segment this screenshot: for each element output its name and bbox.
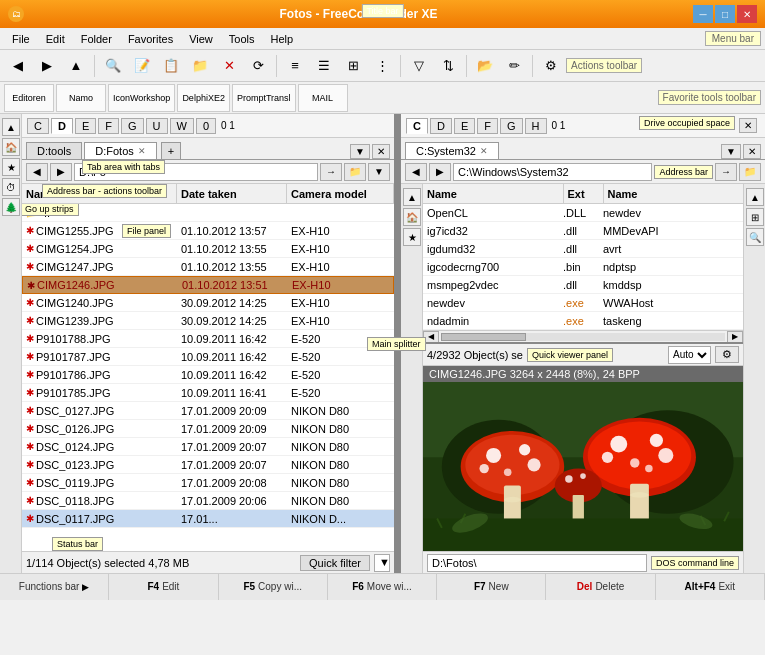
file-row-9[interactable]: ✱ P9101785.JPG 10.09.2011 16:41 E-520: [22, 384, 394, 402]
list-view[interactable]: ≡: [281, 53, 309, 79]
addr-right-fwd[interactable]: ▶: [429, 163, 451, 181]
left-nav-up[interactable]: ▲: [2, 118, 20, 136]
drive-c-right[interactable]: C: [406, 118, 428, 134]
menu-folder[interactable]: Folder: [73, 31, 120, 47]
fn-functions[interactable]: Functions bar ▶: [0, 574, 109, 600]
file-row-5[interactable]: ✱ CIMG1239.JPG 30.09.2012 14:25 EX-H10: [22, 312, 394, 330]
drive-0-left[interactable]: 0: [196, 118, 216, 134]
drive-g-right[interactable]: G: [500, 118, 523, 134]
right-file-row-6[interactable]: ndadmin .exe taskeng: [423, 312, 743, 330]
edit-button[interactable]: 📝: [128, 53, 156, 79]
viewer-settings-btn[interactable]: ⚙: [715, 346, 739, 363]
right-extra-3[interactable]: 🔍: [746, 228, 764, 246]
right-col-ext[interactable]: Ext: [564, 184, 604, 203]
maximize-button[interactable]: □: [715, 5, 735, 23]
left-nav-hist[interactable]: ⏱: [2, 178, 20, 196]
forward-button[interactable]: ▶: [33, 53, 61, 79]
fn-f5[interactable]: F5 Copy wi...: [219, 574, 328, 600]
drive-w-left[interactable]: W: [170, 118, 194, 134]
right-file-row-4[interactable]: msmpeg2vdec .dll kmddsp: [423, 276, 743, 294]
drive-d-right[interactable]: D: [430, 118, 452, 134]
col-date[interactable]: Date taken: [177, 184, 287, 203]
up-button[interactable]: ▲: [62, 53, 90, 79]
tab-add-button[interactable]: +: [161, 142, 181, 159]
menu-edit[interactable]: Edit: [38, 31, 73, 47]
right-nav-fav[interactable]: ★: [403, 228, 421, 246]
settings[interactable]: ⚙: [537, 53, 565, 79]
dos-input[interactable]: [427, 554, 647, 572]
drive-f-right[interactable]: F: [477, 118, 498, 134]
fav-mail[interactable]: MAIL: [298, 84, 348, 112]
quick-filter-button[interactable]: Quick filter: [300, 555, 370, 571]
addr-left-back[interactable]: ◀: [26, 163, 48, 181]
drive-u-left[interactable]: U: [146, 118, 168, 134]
addr-left-go[interactable]: →: [320, 163, 342, 181]
right-col-name[interactable]: Name: [423, 184, 564, 203]
drive-g-left[interactable]: G: [121, 118, 144, 134]
right-extra-2[interactable]: ⊞: [746, 208, 764, 226]
file-row-6[interactable]: ✱ P9101788.JPG 10.09.2011 16:42 E-520: [22, 330, 394, 348]
right-nav-home[interactable]: 🏠: [403, 208, 421, 226]
delete-button[interactable]: ✕: [215, 53, 243, 79]
left-nav-home[interactable]: 🏠: [2, 138, 20, 156]
addr-right-go[interactable]: →: [715, 163, 737, 181]
right-drive-close[interactable]: ✕: [739, 118, 757, 133]
menu-tools[interactable]: Tools: [221, 31, 263, 47]
tab-dfotos-close[interactable]: ✕: [138, 146, 146, 156]
sync-button[interactable]: ⟳: [244, 53, 272, 79]
right-file-list[interactable]: OpenCL .DLL newdev ig7icd32 .dll MMDevAP…: [423, 204, 743, 330]
right-hscroll[interactable]: ◀ ▶: [423, 330, 743, 342]
right-file-row-3[interactable]: igcodecrng700 .bin ndptsp: [423, 258, 743, 276]
file-row-13[interactable]: ✱ DSC_0123.JPG 17.01.2009 20:07 NIKON D8…: [22, 456, 394, 474]
minimize-button[interactable]: ─: [693, 5, 713, 23]
fav-editoren[interactable]: Editoren: [4, 84, 54, 112]
fav-delphixe2[interactable]: DelphiXE2: [177, 84, 230, 112]
fn-del[interactable]: Del Delete: [546, 574, 655, 600]
drive-e-right[interactable]: E: [454, 118, 475, 134]
left-file-list[interactable]: File panel 📂 .. Go up strips ✱ CIMG1255.…: [22, 204, 394, 551]
new-folder[interactable]: 📂: [471, 53, 499, 79]
close-button[interactable]: ✕: [737, 5, 757, 23]
menu-favorites[interactable]: Favorites: [120, 31, 181, 47]
detail-view[interactable]: ☰: [310, 53, 338, 79]
drive-e-left[interactable]: E: [75, 118, 96, 134]
thumb-view[interactable]: ⊞: [339, 53, 367, 79]
main-splitter[interactable]: Main splitter: [397, 114, 401, 573]
menu-help[interactable]: Help: [262, 31, 301, 47]
menu-file[interactable]: File: [4, 31, 38, 47]
filter-button[interactable]: ▽: [405, 53, 433, 79]
tab-close-right[interactable]: ✕: [743, 144, 761, 159]
file-row-1[interactable]: ✱ CIMG1254.JPG 01.10.2012 13:55 EX-H10: [22, 240, 394, 258]
right-nav-up[interactable]: ▲: [403, 188, 421, 206]
addr-right-back[interactable]: ◀: [405, 163, 427, 181]
viewer-type-select[interactable]: Auto: [668, 346, 711, 364]
col-camera[interactable]: Camera model: [287, 184, 394, 203]
sort-button[interactable]: ⇅: [434, 53, 462, 79]
right-address-input[interactable]: [453, 163, 652, 181]
addr-left-dropdown[interactable]: ▼: [368, 163, 390, 181]
addr-right-browse[interactable]: 📁: [739, 163, 761, 181]
file-row-8[interactable]: ✱ P9101786.JPG 10.09.2011 16:42 E-520: [22, 366, 394, 384]
right-file-row-1[interactable]: ig7icd32 .dll MMDevAPI: [423, 222, 743, 240]
go-up-row[interactable]: 📂 .. Go up strips: [22, 204, 394, 222]
drive-f-left[interactable]: F: [98, 118, 119, 134]
tab-dropdown-right[interactable]: ▼: [721, 144, 741, 159]
fn-f6[interactable]: F6 Move wi...: [328, 574, 437, 600]
left-nav-tree[interactable]: 🌲: [2, 198, 20, 216]
fav-namo[interactable]: Namo: [56, 84, 106, 112]
menu-view[interactable]: View: [181, 31, 221, 47]
fav-prompttransl[interactable]: PromptTransl: [232, 84, 296, 112]
fn-alt-f4[interactable]: Alt+F4 Exit: [656, 574, 765, 600]
status-dropdown[interactable]: ▼: [374, 554, 390, 572]
fn-f4[interactable]: F4 Edit: [109, 574, 218, 600]
tab-close-panel[interactable]: ✕: [372, 144, 390, 159]
tab-csystem32-close[interactable]: ✕: [480, 146, 488, 156]
hscroll-right[interactable]: ▶: [727, 331, 743, 343]
col-view[interactable]: ⋮: [368, 53, 396, 79]
file-row-15[interactable]: ✱ DSC_0118.JPG 17.01.2009 20:06 NIKON D8…: [22, 492, 394, 510]
tab-dfotos[interactable]: D:Fotos ✕: [84, 142, 157, 159]
right-file-row-2[interactable]: igdumd32 .dll avrt: [423, 240, 743, 258]
file-row-10[interactable]: ✱ DSC_0127.JPG 17.01.2009 20:09 NIKON D8…: [22, 402, 394, 420]
right-file-row-0[interactable]: OpenCL .DLL newdev: [423, 204, 743, 222]
copy-button[interactable]: 📋: [157, 53, 185, 79]
